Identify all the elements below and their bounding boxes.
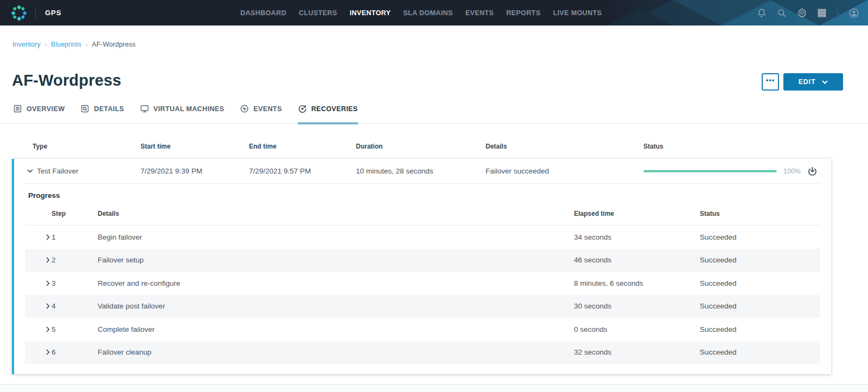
more-options-button[interactable]: ••• xyxy=(762,73,779,91)
col-type: Type xyxy=(33,143,141,150)
expand-chevron-icon[interactable] xyxy=(44,325,52,333)
nav-item-dashboard[interactable]: DASHBOARD xyxy=(240,9,286,17)
col-step-status: Status xyxy=(700,210,820,217)
step-details: Validate post failover xyxy=(98,302,574,310)
recoveries-table-header: Type Start time End time Duration Detail… xyxy=(13,143,855,150)
recovery-start-time: 7/29/2021 9:39 PM xyxy=(141,167,249,175)
collapse-chevron-icon[interactable] xyxy=(26,168,34,175)
gear-icon[interactable] xyxy=(796,8,807,18)
tab-virtual-machines-label: VIRTUAL MACHINES xyxy=(154,105,224,113)
tab-events[interactable]: EVENTS xyxy=(240,104,282,124)
step-elapsed: 34 seconds xyxy=(574,233,700,241)
step-status: Succeeded xyxy=(700,256,820,264)
step-status: Succeeded xyxy=(700,233,820,241)
step-elapsed: 30 seconds xyxy=(574,302,700,310)
progress-steps-list: 1 Begin failover 34 seconds Succeeded 2 … xyxy=(25,226,820,364)
step-number: 3 xyxy=(52,279,56,287)
navbar-icon-group xyxy=(756,0,859,25)
breadcrumb: Inventory › Blueprints › AF-Wordpress xyxy=(12,41,136,48)
bell-icon[interactable] xyxy=(756,8,767,18)
tab-virtual-machines[interactable]: VIRTUAL MACHINES xyxy=(140,104,224,124)
account-icon[interactable] xyxy=(848,8,859,18)
details-icon xyxy=(80,104,90,113)
nav-item-sla-domains[interactable]: SLA DOMAINS xyxy=(403,9,452,17)
icons-divider xyxy=(838,7,838,20)
breadcrumb-inventory[interactable]: Inventory xyxy=(12,41,40,48)
step-row-3[interactable]: 3 Recover and re-configure 8 minutes, 6 … xyxy=(25,272,820,295)
step-status: Succeeded xyxy=(700,279,820,287)
expand-chevron-icon[interactable] xyxy=(44,279,52,287)
brand-name: GPS xyxy=(45,9,61,17)
tab-overview[interactable]: OVERVIEW xyxy=(13,104,65,124)
primary-nav: DASHBOARD CLUSTERS INVENTORY SLA DOMAINS… xyxy=(240,0,602,25)
edit-button[interactable]: EDIT xyxy=(783,73,843,91)
page-bottom-strip xyxy=(0,384,868,392)
step-number: 5 xyxy=(52,325,56,333)
step-elapsed: 46 seconds xyxy=(574,256,700,264)
nav-item-events[interactable]: EVENTS xyxy=(465,9,494,17)
recovery-row[interactable]: Test Failover 7/29/2021 9:39 PM 7/29/202… xyxy=(14,159,831,183)
step-row-6[interactable]: 6 Failover cleanup 32 seconds Succeeded xyxy=(25,341,820,364)
recovery-type: Test Failover xyxy=(37,167,79,175)
col-duration: Duration xyxy=(356,143,486,150)
recoveries-icon xyxy=(298,104,307,113)
search-icon[interactable] xyxy=(776,8,787,18)
step-details: Recover and re-configure xyxy=(98,279,574,287)
nav-item-inventory[interactable]: INVENTORY xyxy=(349,9,391,17)
breadcrumb-blueprints[interactable]: Blueprints xyxy=(51,41,81,48)
expand-chevron-icon[interactable] xyxy=(44,349,52,356)
step-details: Complete failover xyxy=(98,325,574,333)
app-logo[interactable] xyxy=(11,5,27,21)
col-step-details: Details xyxy=(98,210,574,217)
step-row-1[interactable]: 1 Begin failover 34 seconds Succeeded xyxy=(25,226,820,249)
recovery-duration: 10 minutes, 28 seconds xyxy=(356,167,486,175)
col-step: Step xyxy=(44,210,98,217)
col-details: Details xyxy=(486,143,643,150)
step-row-4[interactable]: 4 Validate post failover 30 seconds Succ… xyxy=(25,295,820,318)
header-actions: ••• EDIT xyxy=(762,73,843,91)
expand-chevron-icon[interactable] xyxy=(44,256,52,264)
step-number: 4 xyxy=(52,302,56,310)
col-status: Status xyxy=(643,143,855,150)
step-details: Failover setup xyxy=(98,256,574,264)
tab-details[interactable]: DETAILS xyxy=(80,104,124,124)
tabs-bottom-rule xyxy=(0,123,868,124)
step-number: 2 xyxy=(52,256,56,264)
step-details: Failover cleanup xyxy=(98,348,574,356)
tab-overview-label: OVERVIEW xyxy=(27,105,65,113)
progress-table-header: Step Details Elapsed time Status xyxy=(25,210,820,225)
col-end-time: End time xyxy=(249,143,356,150)
breadcrumb-separator: › xyxy=(86,41,88,48)
virtual-machines-icon xyxy=(140,104,149,113)
tab-recoveries[interactable]: RECOVERIES xyxy=(298,104,358,124)
detail-tabs: OVERVIEW DETAILS VIRTUAL MACHINES EVENTS… xyxy=(13,104,358,124)
row-separator xyxy=(25,183,820,184)
breadcrumb-current: AF-Wordpress xyxy=(92,41,135,48)
step-elapsed: 8 minutes, 6 seconds xyxy=(574,279,700,287)
step-number: 6 xyxy=(52,348,56,356)
expand-chevron-icon[interactable] xyxy=(44,233,52,241)
app-grid-icon[interactable] xyxy=(816,8,827,18)
page-title: AF-Wordpress xyxy=(12,72,122,89)
top-navbar: GPS DASHBOARD CLUSTERS INVENTORY SLA DOM… xyxy=(0,0,868,25)
step-number: 1 xyxy=(52,233,56,241)
nav-item-live-mounts[interactable]: LIVE MOUNTS xyxy=(553,9,602,17)
expand-chevron-icon[interactable] xyxy=(44,303,52,310)
chevron-down-icon xyxy=(822,80,828,84)
col-elapsed-time: Elapsed time xyxy=(574,210,700,217)
step-status: Succeeded xyxy=(700,325,820,333)
step-row-2[interactable]: 2 Failover setup 46 seconds Succeeded xyxy=(25,249,820,272)
brand-divider xyxy=(35,7,36,20)
download-report-icon[interactable] xyxy=(807,166,818,177)
nav-item-reports[interactable]: REPORTS xyxy=(506,9,540,17)
step-status: Succeeded xyxy=(700,302,820,310)
step-elapsed: 32 seconds xyxy=(574,348,700,356)
nav-item-clusters[interactable]: CLUSTERS xyxy=(299,9,337,17)
progress-percent: 100% xyxy=(783,168,801,175)
edit-button-label: EDIT xyxy=(799,78,816,86)
col-start-time: Start time xyxy=(141,143,249,150)
step-row-5[interactable]: 5 Complete failover 0 seconds Succeeded xyxy=(25,318,820,341)
tab-events-label: EVENTS xyxy=(253,105,282,113)
step-elapsed: 0 seconds xyxy=(574,325,700,333)
breadcrumb-separator: › xyxy=(44,41,47,48)
